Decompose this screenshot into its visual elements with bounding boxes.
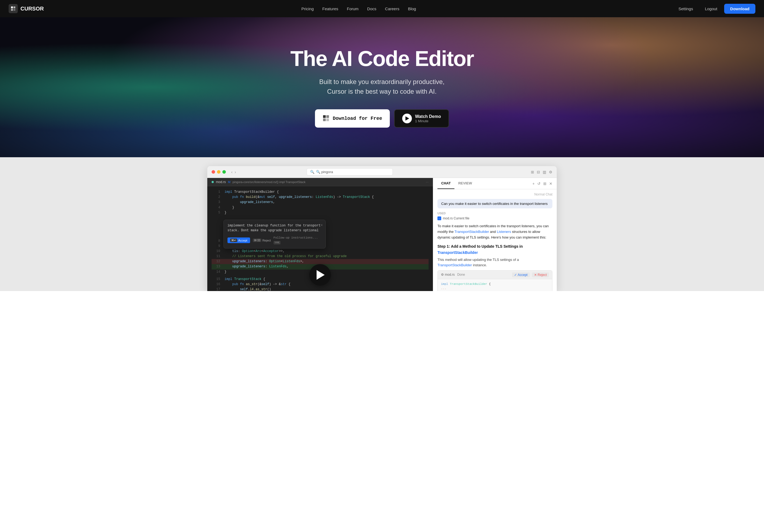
window-chrome: ‹ › 🔍 🔍 pingora ⊞ ⊟ ▥ ⚙ <box>207 166 557 178</box>
user-message: Can you make it easier to switch certifi… <box>438 199 552 208</box>
nav-pricing[interactable]: Pricing <box>301 6 314 11</box>
logo[interactable]: CURSOR <box>9 4 44 13</box>
hero-section: The AI Code Editor Built to make you ext… <box>0 17 764 157</box>
cursor-icon <box>322 115 330 122</box>
svg-rect-3 <box>13 9 15 11</box>
reject-button[interactable]: ⌘⌫ Reject <box>253 239 271 242</box>
step-heading: Step 1: Add a Method to Update TLS Setti… <box>438 244 552 256</box>
settings-button[interactable]: Settings <box>673 4 698 13</box>
window-icons: ⊞ ⊟ ▥ ⚙ <box>531 170 552 174</box>
nav-careers[interactable]: Careers <box>385 6 399 11</box>
nav-forum[interactable]: Forum <box>347 6 359 11</box>
svg-rect-5 <box>326 115 329 118</box>
used-label: USED <box>438 212 552 215</box>
nav-docs[interactable]: Docs <box>367 6 376 11</box>
settings-icon[interactable]: ⚙ <box>549 170 552 174</box>
nav-links: Pricing Features Forum Docs Careers Blog <box>301 6 416 11</box>
address-text: 🔍 pingora <box>316 170 333 174</box>
tab-menu-icon[interactable]: ··· <box>426 180 429 184</box>
step-desc: This method will allow updating the TLS … <box>438 257 552 267</box>
svg-rect-0 <box>11 6 13 8</box>
used-file: □ mod.rs Current file <box>438 217 552 220</box>
chat-body: Normal Chat Can you make it easier to sw… <box>433 189 557 291</box>
download-button[interactable]: Download <box>724 4 755 14</box>
suggestion-popup: ✕ implement the cleanup function for the… <box>223 220 326 249</box>
close-chat-icon[interactable]: ✕ <box>549 181 552 186</box>
editor-window: ‹ › 🔍 🔍 pingora ⊞ ⊟ ▥ ⚙ mod.rs M <box>207 166 557 291</box>
code-line: 17 self.l4.as_str() <box>212 287 429 291</box>
chat-tabs: CHAT REVIEW + ↺ ⊞ ✕ <box>433 178 557 189</box>
step-desc-link[interactable]: TransportStackBuilder <box>438 263 472 267</box>
maximize-dot[interactable] <box>222 170 226 174</box>
hero-subtitle: Built to make you extraordinarily produc… <box>290 77 473 96</box>
close-suggestion[interactable]: ✕ <box>321 222 323 228</box>
code-line: 4 } <box>212 205 429 210</box>
navbar: CURSOR Pricing Features Forum Docs Caree… <box>0 0 764 17</box>
chat-code-block: ⚙ mod.rs Done ✓ Accept ✕ Reject <box>438 270 552 291</box>
code-line-removed: 12 upgrade_listeners: Option<ListenFds>, <box>212 259 429 264</box>
tab-review[interactable]: REVIEW <box>455 178 476 189</box>
file-tab-name: mod.rs <box>216 180 226 184</box>
file-tab: mod.rs M pingora-core/src/listeners/mod.… <box>207 178 433 186</box>
address-bar[interactable]: 🔍 🔍 pingora <box>306 168 393 176</box>
split-icon[interactable]: ⊟ <box>537 170 540 174</box>
file-modified-dot <box>212 181 214 183</box>
close-dot[interactable] <box>212 170 215 174</box>
panel-icon[interactable]: ▥ <box>543 170 546 174</box>
normal-chat-label: Normal Chat <box>438 193 552 196</box>
editor-body: mod.rs M pingora-core/src/listeners/mod.… <box>207 178 557 291</box>
hero-content: The AI Code Editor Built to make you ext… <box>290 47 474 128</box>
ai-link-1[interactable]: TransportStackBuilder <box>455 230 489 234</box>
grid-icon[interactable]: ⊞ <box>531 170 534 174</box>
logo-text: CURSOR <box>20 6 44 12</box>
logo-icon <box>9 4 18 13</box>
suggestion-text: implement the cleanup function for the t… <box>228 223 322 233</box>
svg-rect-4 <box>323 115 326 118</box>
ai-link-2[interactable]: Listeners <box>497 230 511 234</box>
code-line: 5 } <box>212 210 429 215</box>
code-file-label: ⚙ <box>441 273 445 276</box>
nav-features[interactable]: Features <box>322 6 338 11</box>
nav-actions: Settings Logout Download <box>673 4 755 14</box>
add-icon[interactable]: + <box>532 181 535 186</box>
forward-arrow[interactable]: › <box>235 170 236 174</box>
logout-button[interactable]: Logout <box>700 4 722 13</box>
file-badge: M <box>228 180 231 184</box>
chat-tab-actions: + ↺ ⊞ ✕ <box>532 181 552 186</box>
play-icon <box>402 113 412 123</box>
download-free-button[interactable]: Download for Free <box>315 109 390 128</box>
history-icon[interactable]: ↺ <box>537 181 541 186</box>
code-line: 1 impl TransportStackBuilder { <box>212 190 429 195</box>
accept-code-button[interactable]: ✓ Accept <box>512 272 529 277</box>
tab-chat[interactable]: CHAT <box>438 178 455 189</box>
ai-response: To make it easier to switch certificates… <box>438 224 552 291</box>
nav-arrows: ‹ › <box>231 170 236 174</box>
chat-code-actions: ✓ Accept ✕ Reject <box>512 272 549 277</box>
nav-blog[interactable]: Blog <box>408 6 416 11</box>
hero-title: The AI Code Editor <box>290 47 474 71</box>
chat-code-body: impl TransportStackBuilder { ··· pub fn … <box>438 279 552 291</box>
reject-code-button[interactable]: ✕ Reject <box>532 272 549 277</box>
code-line: 11 // Listeners sent from the old proces… <box>212 254 429 259</box>
svg-rect-7 <box>326 118 329 121</box>
big-play-button[interactable] <box>309 264 331 286</box>
minimize-dot[interactable] <box>217 170 221 174</box>
traffic-lights <box>212 170 226 174</box>
back-arrow[interactable]: ‹ <box>231 170 233 174</box>
step-link[interactable]: TransportStackBuilder <box>438 251 478 255</box>
suggestion-actions: ⌘↵ Accept ⌘⌫ Reject Follow-up instructio… <box>228 236 322 245</box>
watch-demo-button[interactable]: Watch Demo 1 Minute <box>394 109 449 128</box>
file-icon: □ <box>438 217 441 220</box>
svg-rect-1 <box>13 6 15 8</box>
expand-icon[interactable]: ⊞ <box>543 181 546 186</box>
chat-panel: CHAT REVIEW + ↺ ⊞ ✕ Normal Chat Can you … <box>433 178 557 291</box>
play-triangle-icon <box>316 270 325 280</box>
accept-button[interactable]: ⌘↵ Accept <box>228 238 250 243</box>
code-file-name: mod.rs <box>445 273 455 276</box>
follow-up-text: Follow-up instructions... ⌥⌘K <box>274 236 322 245</box>
file-path: pingora-core/src/listeners/mod.rs/{} imp… <box>233 180 305 184</box>
code-panel: mod.rs M pingora-core/src/listeners/mod.… <box>207 178 433 291</box>
hero-buttons: Download for Free Watch Demo 1 Minute <box>290 109 474 128</box>
code-status: Done <box>457 273 465 276</box>
svg-rect-6 <box>323 118 326 121</box>
